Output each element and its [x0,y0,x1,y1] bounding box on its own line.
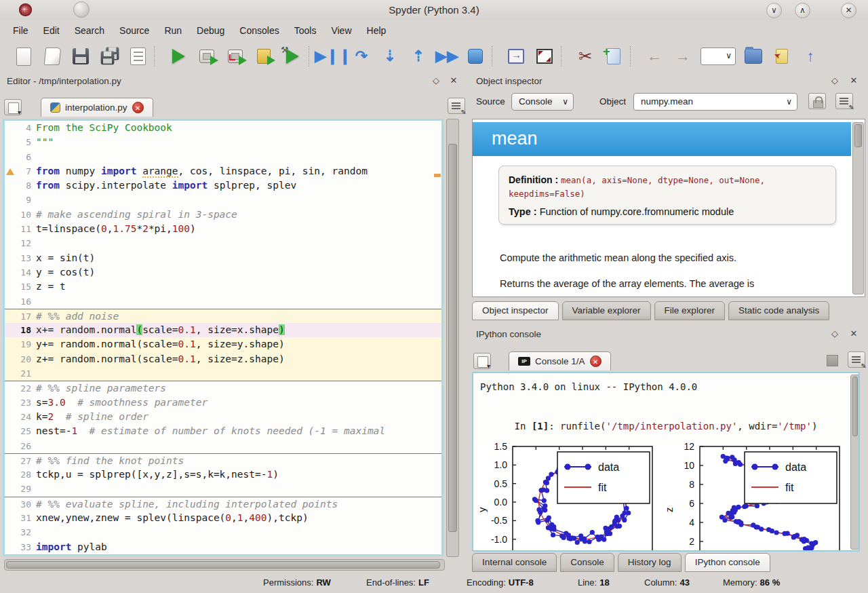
tab-file-explorer[interactable]: File explorer [654,301,725,320]
step-over-button[interactable]: ↷ [347,43,376,69]
editor-vertical-scrollbar[interactable] [446,119,459,557]
save-button[interactable] [66,43,95,69]
code-line[interactable]: 20z+= random.normal(scale=0.1, size=z.sh… [5,352,441,366]
pythonpath-button[interactable] [768,43,796,69]
code-line[interactable]: 31xnew,ynew,znew = splev(linspace(0,1,40… [5,511,441,525]
editor-list-button[interactable] [448,98,465,114]
run-cell-button[interactable] [193,43,221,69]
continue-button[interactable]: ▶▶ [433,43,461,69]
console-output[interactable]: Python 3.4.0 on linux -- IPython 4.0.0 I… [472,372,860,552]
object-inspector-options-icon[interactable]: ◇ [829,75,841,85]
rerun-cell-button[interactable] [221,43,250,69]
tab-history-log[interactable]: History log [618,553,682,572]
working-directory-combo[interactable] [697,43,739,69]
tab-close-icon[interactable]: ✕ [132,102,144,113]
code-editor[interactable]: 4From the SciPy Cookbook5"""67from numpy… [3,119,443,556]
object-inspector-close-icon[interactable]: ✕ [848,75,860,85]
code-line[interactable]: 9 [5,193,441,207]
console-options-icon[interactable]: ◇ [829,328,841,339]
console-close-icon[interactable]: ✕ [848,328,860,339]
console-list-button[interactable] [848,351,865,368]
code-line[interactable]: 28tckp,u = splprep([x,y,z],s=s,k=k,nest=… [5,467,441,482]
code-line[interactable]: 5""" [5,135,441,149]
code-line[interactable]: 27# %% find the knot points [5,453,441,467]
code-line[interactable]: 16 [5,294,441,309]
doc-vertical-scrollbar[interactable] [852,122,864,294]
code-line[interactable]: 22# %% spline parameters [5,381,441,395]
menu-consoles[interactable]: Consoles [233,22,288,39]
code-line[interactable]: 15z = t [5,280,441,294]
menu-help[interactable]: Help [361,22,395,39]
object-inspector-list-button[interactable] [835,93,853,109]
code-line[interactable]: 10# make ascending spiral in 3-space [5,208,441,222]
fullscreen-button[interactable] [530,43,559,69]
editor-options-icon[interactable]: ◇ [430,75,442,85]
tab-static-code-analysis[interactable]: Static code analysis [728,301,829,320]
menu-tools[interactable]: Tools [288,22,326,39]
code-line[interactable]: 19y+= random.normal(scale=0.1, size=y.sh… [5,337,441,351]
run-button[interactable] [164,43,193,69]
tools-button[interactable]: ✂ [571,43,599,69]
file-switcher-button[interactable] [599,43,628,69]
source-combo[interactable]: Console [511,93,574,111]
interrupt-kernel-icon[interactable] [827,355,838,366]
menu-file[interactable]: File [7,22,37,39]
lock-icon[interactable] [808,93,826,109]
tab-variable-explorer[interactable]: Variable explorer [562,301,651,320]
code-line[interactable]: 14y = cos(t) [5,265,441,280]
menu-debug[interactable]: Debug [191,22,233,39]
code-line[interactable]: 25nest=-1 # estimate of number of knots … [5,424,441,438]
console-vertical-scrollbar[interactable] [850,375,860,550]
menu-run[interactable]: Run [158,22,191,39]
code-line[interactable]: 17# %% add noise [5,309,441,323]
code-line[interactable]: 32 [5,525,441,539]
back-button[interactable]: ← [640,43,669,69]
code-line[interactable]: 33import pylab [5,540,441,554]
tab-object-inspector[interactable]: Object inspector [472,301,559,320]
console-browse-tabs-button[interactable] [473,353,491,369]
step-out-button[interactable]: ⇡ [404,43,433,69]
menu-search[interactable]: Search [68,22,113,39]
run-selection-button[interactable] [250,43,278,69]
code-line[interactable]: 11t=linspace(0,1.75*2*pi,100) [5,222,441,236]
code-line[interactable]: 13x = sin(t) [5,251,441,265]
step-into-button[interactable]: ⇣ [376,43,404,69]
code-line[interactable]: 12 [5,236,441,250]
stop-debug-button[interactable] [461,43,490,69]
editor-close-icon[interactable]: ✕ [448,75,460,85]
editor-horizontal-scrollbar[interactable] [4,559,445,571]
code-line[interactable]: 4From the SciPy Cookbook [5,121,441,135]
open-file-button[interactable] [38,43,66,69]
new-file-button[interactable] [9,43,38,69]
parent-directory-button[interactable]: ↑ [796,43,825,69]
close-button[interactable]: ✕ [841,3,856,18]
code-line[interactable]: 30# %% evaluate spline, including interp… [5,497,441,511]
code-line[interactable]: 21 [5,366,441,381]
console-tab[interactable]: Console 1/A ✕ [509,351,611,370]
debug-button[interactable]: ▶❙❙ [319,43,347,69]
outline-button[interactable] [123,43,152,69]
code-line[interactable]: 23s=3.0 # smoothness parameter [5,396,441,410]
tab-console[interactable]: Console [560,553,614,572]
browse-tabs-button[interactable] [4,99,22,115]
forward-button[interactable]: → [669,43,697,69]
browse-directory-button[interactable] [739,43,768,69]
code-line[interactable]: 26 [5,439,441,453]
maximize-button[interactable]: ∧ [795,3,810,18]
minimize-button[interactable]: ∨ [766,3,782,18]
tab-internal-console[interactable]: Internal console [472,553,557,572]
code-line[interactable]: 7from numpy import arange, cos, linspace… [5,164,441,178]
configure-run-button[interactable]: ⚒ [278,43,307,69]
menu-edit[interactable]: Edit [37,22,68,39]
maximize-pane-button[interactable] [502,43,530,69]
editor-tab[interactable]: interpolation.py ✕ [41,98,153,117]
code-line[interactable]: 24k=2 # spline order [5,410,441,424]
console-tab-close-icon[interactable]: ✕ [590,356,601,367]
object-combo[interactable]: numpy.mean [633,93,797,111]
menu-source[interactable]: Source [113,22,158,39]
tab-ipython-console[interactable]: IPython console [685,553,770,572]
save-all-button[interactable] [95,43,123,69]
code-line[interactable]: 6 [5,150,441,164]
code-line[interactable]: 29 [5,482,441,496]
menu-view[interactable]: View [325,22,360,39]
